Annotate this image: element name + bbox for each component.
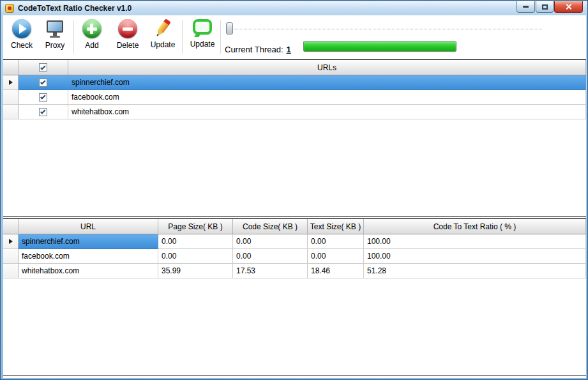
select-all-checkbox[interactable]: [39, 63, 47, 72]
maximize-button[interactable]: [536, 1, 554, 13]
current-row-indicator-icon: [9, 239, 13, 244]
current-thread-value: 1: [287, 45, 291, 54]
page-size-column-header[interactable]: Page Size( KB ): [158, 219, 233, 234]
delete-button-label: Delete: [117, 41, 139, 50]
current-row-indicator-icon: [9, 80, 13, 85]
result-text-size-cell[interactable]: 0.00: [308, 234, 364, 249]
app-icon[interactable]: [5, 4, 14, 13]
result-code-size-cell[interactable]: 17.53: [233, 264, 308, 278]
results-grid-row[interactable]: whitehatbox.com 35.99 17.53 18.46 51.28: [3, 264, 586, 278]
code-size-column-header[interactable]: Code Size( KB ): [233, 219, 308, 234]
toolbar-separator: [182, 20, 183, 54]
result-text-size-cell[interactable]: 0.00: [308, 249, 364, 264]
url-cell[interactable]: whitehatbox.com: [68, 105, 586, 119]
progress-bar: [303, 41, 456, 52]
titlebar: CodeToText Ratio Checker v1.0: [1, 1, 587, 15]
minimize-icon: [523, 6, 529, 8]
thread-slider[interactable]: [223, 20, 543, 36]
url-checkbox-cell[interactable]: [19, 90, 68, 105]
checkmark-icon: [40, 94, 45, 99]
slider-thumb[interactable]: [226, 22, 233, 34]
window-title: CodeToText Ratio Checker v1.0: [18, 1, 132, 15]
results-grid-row[interactable]: spinnerchief.com 0.00 0.00 0.00 100.00: [3, 234, 586, 249]
add-button-label: Add: [85, 41, 98, 50]
proxy-button[interactable]: Proxy: [40, 19, 70, 55]
toolbar-separator: [73, 20, 74, 54]
row-selector[interactable]: [3, 90, 19, 105]
result-page-size-cell[interactable]: 35.99: [158, 264, 233, 278]
maximize-icon: [542, 4, 548, 10]
row-selector[interactable]: [3, 105, 19, 119]
row-selector[interactable]: [3, 249, 19, 264]
update-bubble-icon: [192, 19, 213, 37]
url-grid-row[interactable]: whitehatbox.com: [3, 105, 586, 119]
url-grid-header-row: URLs: [3, 60, 586, 75]
result-code-size-cell[interactable]: 0.00: [233, 234, 308, 249]
minimize-button[interactable]: [516, 1, 535, 13]
url-checkbox[interactable]: [39, 108, 47, 116]
result-ratio-cell[interactable]: 100.00: [364, 234, 586, 249]
checkmark-icon: [40, 109, 45, 114]
update-button-label: Update: [151, 40, 176, 49]
results-grid: URL Page Size( KB ) Code Size( KB ) Text…: [3, 218, 586, 376]
url-column-header[interactable]: URL: [19, 219, 158, 234]
result-code-size-cell[interactable]: 0.00: [233, 249, 308, 264]
urls-column-header[interactable]: URLs: [68, 60, 586, 75]
client-area: Check Proxy Add Delete Update: [3, 15, 586, 378]
select-all-header-cell[interactable]: [19, 60, 68, 75]
row-selector[interactable]: [3, 75, 19, 90]
row-selector[interactable]: [3, 264, 19, 278]
results-grid-corner-cell[interactable]: [3, 219, 19, 234]
check-button[interactable]: Check: [7, 19, 36, 55]
url-cell[interactable]: facebook.com: [68, 90, 586, 105]
results-grid-row[interactable]: facebook.com 0.00 0.00 0.00 100.00: [3, 249, 586, 264]
window-controls: [516, 1, 583, 13]
url-grid: URLs spinnerchief.com facebook.com: [3, 59, 586, 217]
update-button[interactable]: Update: [146, 19, 179, 55]
current-thread: Current Thread:1: [225, 45, 291, 54]
proxy-button-label: Proxy: [45, 41, 65, 50]
url-grid-corner-cell[interactable]: [3, 60, 19, 75]
result-page-size-cell[interactable]: 0.00: [158, 234, 233, 249]
toolbar-separator: [220, 20, 221, 54]
update2-button-label: Update: [190, 40, 215, 49]
url-grid-row[interactable]: facebook.com: [3, 90, 586, 105]
row-selector[interactable]: [3, 234, 19, 249]
text-size-column-header[interactable]: Text Size( KB ): [308, 219, 364, 234]
result-url-cell[interactable]: spinnerchief.com: [19, 234, 158, 249]
url-checkbox-cell[interactable]: [19, 105, 68, 119]
app-window: CodeToText Ratio Checker v1.0 Check Prox…: [0, 0, 588, 380]
proxy-monitor-icon: [45, 19, 64, 38]
delete-minus-icon: [118, 19, 137, 38]
result-text-size-cell[interactable]: 18.46: [308, 264, 364, 278]
url-cell[interactable]: spinnerchief.com: [68, 75, 586, 90]
url-checkbox[interactable]: [39, 79, 47, 87]
slider-track[interactable]: [234, 29, 542, 29]
update-pencil-icon: [154, 18, 171, 38]
checkmark-icon: [40, 65, 45, 70]
progress-fill: [304, 42, 456, 51]
ratio-column-header[interactable]: Code To Text Ratio ( % ): [364, 219, 586, 234]
update2-button[interactable]: Update: [186, 19, 219, 55]
check-play-icon: [12, 19, 31, 38]
results-grid-header-row: URL Page Size( KB ) Code Size( KB ) Text…: [3, 219, 586, 234]
delete-button[interactable]: Delete: [112, 19, 144, 55]
result-url-cell[interactable]: whitehatbox.com: [19, 264, 158, 278]
url-checkbox-cell[interactable]: [19, 75, 68, 90]
result-ratio-cell[interactable]: 51.28: [364, 264, 586, 278]
result-page-size-cell[interactable]: 0.00: [158, 249, 233, 264]
checkmark-icon: [40, 79, 45, 84]
current-thread-label: Current Thread:: [225, 45, 283, 54]
url-grid-row[interactable]: spinnerchief.com: [3, 75, 586, 90]
check-button-label: Check: [11, 41, 33, 50]
toolbar: Check Proxy Add Delete Update: [3, 15, 586, 59]
close-button[interactable]: [554, 1, 583, 13]
result-url-cell[interactable]: facebook.com: [19, 249, 158, 264]
result-ratio-cell[interactable]: 100.00: [364, 249, 586, 264]
add-plus-icon: [82, 19, 102, 38]
close-icon: [565, 3, 572, 10]
url-checkbox[interactable]: [39, 93, 47, 102]
add-button[interactable]: Add: [77, 19, 107, 55]
